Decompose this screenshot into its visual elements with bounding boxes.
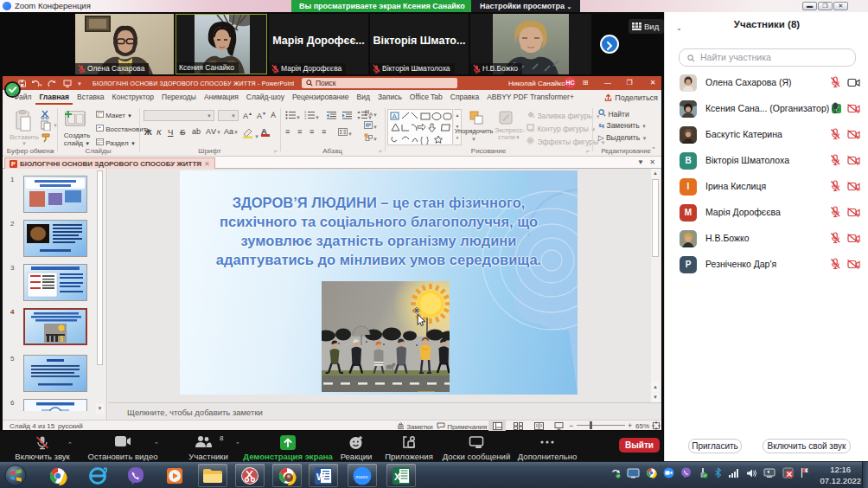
ppt-search-box[interactable]: Поиск (302, 78, 457, 88)
participant-row[interactable]: І Ірина Кислиця (665, 174, 868, 200)
slide-sorter-view-button[interactable] (509, 421, 527, 431)
paste-dropdown-arrow[interactable]: ▼ (22, 141, 27, 146)
video-tile-ksenia[interactable]: Ксения Санайко (176, 14, 267, 74)
tab-office-tab[interactable]: Office Tab (405, 90, 446, 105)
thumbnails-scrollbar-thumb[interactable] (97, 170, 103, 365)
align-text-button[interactable]: ▼ (364, 121, 378, 131)
change-case-button[interactable]: Аа▼ (224, 127, 239, 136)
collapse-ribbon-icon[interactable]: ⌃ (651, 146, 656, 153)
increase-font-icon[interactable]: А▲ (243, 111, 252, 120)
tray-display-icon[interactable] (627, 468, 640, 478)
maximize-button[interactable]: ❐ (818, 2, 833, 10)
align-center-icon[interactable]: ≡ (297, 127, 302, 136)
zoom-out-icon[interactable]: − (569, 421, 573, 430)
participant-row[interactable]: В Вікторія Шматолоха (665, 148, 868, 174)
video-tile-maria[interactable]: Марія Дорофєє... Марія Дорофєєва (269, 14, 368, 74)
tab-view[interactable]: Вид (353, 90, 373, 105)
start-button[interactable] (3, 463, 29, 488)
char-spacing-button[interactable]: АV▼ (206, 127, 221, 136)
show-desktop-button[interactable] (862, 462, 868, 488)
document-tab-close-icon[interactable]: ✕ (204, 160, 210, 168)
tab-abbyy[interactable]: ABBYY PDF Transformer+ (483, 90, 578, 105)
replace-button[interactable]: ⇆ Заменить ▼ (598, 121, 647, 130)
italic-button[interactable]: К (156, 127, 162, 137)
reading-view-button[interactable] (530, 421, 547, 431)
underline-button[interactable]: Ч (168, 127, 173, 137)
bullets-button[interactable]: ▼ (285, 111, 301, 121)
ppt-close-button[interactable]: ✕ (648, 79, 658, 87)
align-right-icon[interactable]: ≡ (310, 127, 314, 136)
participant-row[interactable]: Олена Сахарова (Я) (665, 70, 868, 96)
taskbar-excel-icon[interactable]: X (386, 464, 416, 487)
tray-screen-share-icon[interactable] (763, 468, 776, 478)
font-color-button[interactable]: А (261, 126, 270, 137)
drawing-dialog-launcher-icon[interactable]: ⌐ (586, 148, 590, 154)
section-button[interactable]: Раздел ▼ (96, 138, 136, 147)
tab-record[interactable]: Запись (373, 90, 405, 105)
taskbar-viber-icon[interactable] (121, 464, 150, 487)
taskbar-explorer-icon[interactable] (198, 464, 227, 487)
bold-button[interactable]: Ж (144, 127, 152, 137)
strikethrough-button[interactable]: S (180, 127, 185, 137)
leave-meeting-button[interactable]: Выйти (619, 438, 660, 453)
shape-outline-button[interactable]: Контур фигуры ▼ (527, 124, 596, 133)
slide-thumbnail-1[interactable] (23, 176, 87, 213)
shape-fill-button[interactable]: Заливка фигуры ▼ (527, 111, 601, 120)
thumbnails-scrollbar[interactable]: ▼ (96, 169, 104, 420)
tab-insert[interactable]: Вставка (73, 90, 108, 105)
zoom-in-icon[interactable]: + (628, 421, 632, 430)
tab-design[interactable]: Конструктор (108, 90, 157, 105)
ppt-minimize-button[interactable]: — (603, 79, 613, 87)
font-name-select[interactable]: ▼ (144, 110, 214, 121)
tray-usb-icon[interactable] (698, 467, 708, 478)
taskbar-ie-icon[interactable] (83, 464, 112, 487)
taskbar-media-player-icon[interactable] (160, 464, 189, 487)
tab-file[interactable]: Файл (10, 90, 35, 105)
paste-icon[interactable] (15, 110, 32, 132)
invite-button[interactable]: Пригласить (688, 439, 742, 453)
scroll-up-icon[interactable]: ▲ (651, 169, 660, 178)
view-layout-button[interactable]: Вид (629, 19, 664, 34)
participant-row[interactable]: Ксения Сана... (Организатор) (665, 96, 868, 122)
video-tile-bozhko[interactable]: Н.В.Божко (470, 14, 591, 74)
ppt-restore-button[interactable]: ❐ (624, 79, 635, 87)
redo-icon[interactable] (48, 80, 56, 89)
notes-pane[interactable]: Щелкните, чтобы добавить заметки (108, 402, 661, 420)
unmute-self-button[interactable]: Включить свой звук (763, 439, 851, 453)
ribbon-display-options-icon[interactable]: ⊞ (580, 79, 590, 87)
tray-chrome-icon[interactable] (646, 467, 657, 478)
view-settings-dropdown[interactable]: Настройки просмотра ⌄ (471, 0, 580, 12)
participant-search-input[interactable]: Найти участника (679, 48, 856, 67)
text-shadow-button[interactable]: ab (192, 127, 201, 136)
slide-thumbnail-2[interactable] (23, 220, 87, 257)
quick-styles-icon[interactable] (498, 110, 514, 127)
tray-viber-icon[interactable] (680, 467, 692, 478)
ppt-share-button[interactable]: Поделиться (601, 90, 658, 105)
tab-help[interactable]: Справка (446, 90, 482, 105)
taskbar-clock[interactable]: 12:16 07.12.2022 (820, 464, 861, 486)
tab-transitions[interactable]: Переходы (158, 90, 201, 105)
slide-picture-people-sun[interactable] (322, 281, 450, 392)
layout-button[interactable]: Макет ▼ (96, 111, 132, 119)
decrease-font-icon[interactable]: А▼ (257, 111, 266, 120)
arrange-button[interactable]: Упорядочить▼ (454, 127, 494, 144)
document-tab[interactable]: P БІОЛОГІЧНІ ОСНОВИ ЗДОРОВОГО СПОСОБУ ЖИ… (4, 157, 215, 169)
tab-review[interactable]: Рецензирование (288, 90, 353, 105)
text-direction-button[interactable]: А▼ (364, 109, 378, 119)
find-button[interactable]: Найти (598, 109, 629, 119)
close-button[interactable]: ✕ (833, 2, 848, 10)
font-size-select[interactable]: ▼ (218, 110, 239, 121)
qat-customize-icon[interactable]: ▼ (77, 81, 82, 87)
doctab-close-all-icon[interactable]: ✕ (649, 158, 655, 166)
decrease-indent-icon[interactable] (326, 111, 336, 121)
taskbar-snipping-tool-icon[interactable] (235, 464, 265, 487)
slide-thumbnail-3[interactable] (23, 264, 87, 301)
notes-toggle[interactable]: Заметки (397, 422, 433, 431)
language-indicator[interactable]: русский (58, 422, 83, 430)
highlight-color-button[interactable]: ▼ (242, 127, 259, 140)
clipboard-dialog-launcher-icon[interactable]: ⌐ (51, 148, 54, 154)
tray-action-center-flag-icon[interactable] (800, 467, 811, 478)
main-vertical-scrollbar[interactable]: ▲ ▲ ▼ (651, 169, 660, 402)
current-slide[interactable]: ЗДОРОВ’Я ЛЮДИНИ – це стан фізичного, пси… (180, 170, 578, 395)
tab-home[interactable]: Главная (35, 90, 73, 105)
